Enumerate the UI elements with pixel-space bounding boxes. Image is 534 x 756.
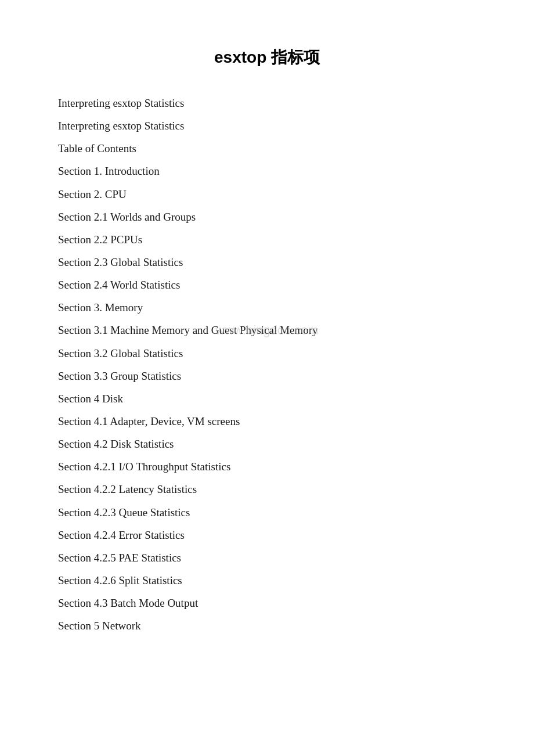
- list-item: Interpreting esxtop Statistics: [58, 114, 476, 137]
- list-item: Table of Contents: [58, 137, 476, 160]
- list-item: Section 2.1 Worlds and Groups: [58, 206, 476, 228]
- list-item: Section 4.2.3 Queue Statistics: [58, 501, 476, 524]
- list-item: Section 3.2 Global Statistics: [58, 342, 476, 365]
- page-title: esxtop 指标项: [58, 46, 476, 69]
- list-item: Section 2.3 Global Statistics: [58, 251, 476, 273]
- toc-list: Interpreting esxtop Statistics Interpret…: [58, 92, 476, 637]
- list-item: Section 5 Network: [58, 614, 476, 637]
- list-item: Section 3. Memory: [58, 296, 476, 319]
- list-item: Interpreting esxtop Statistics: [58, 92, 476, 114]
- list-item: Section 2.2 PCPUs: [58, 228, 476, 251]
- document-page: esxtop 指标项 Interpreting esxtop Statistic…: [0, 0, 534, 756]
- list-item: Section 4.2.6 Split Statistics: [58, 569, 476, 592]
- list-item: Section 2.4 World Statistics: [58, 273, 476, 296]
- list-item: Section 4 Disk: [58, 387, 476, 410]
- watermark-text: www.bingdoc.com: [215, 319, 318, 343]
- list-item: Section 2. CPU: [58, 183, 476, 206]
- list-item: Section 3.3 Group Statistics: [58, 365, 476, 387]
- watermark-container: Interpreting esxtop Statistics Interpret…: [58, 92, 476, 637]
- list-item: Section 1. Introduction: [58, 160, 476, 182]
- list-item: Section 4.2 Disk Statistics: [58, 433, 476, 455]
- list-item: Section 4.2.5 PAE Statistics: [58, 546, 476, 569]
- list-item: Section 4.1 Adapter, Device, VM screens: [58, 410, 476, 433]
- list-item: Section 4.3 Batch Mode Output: [58, 592, 476, 614]
- list-item: Section 4.2.4 Error Statistics: [58, 524, 476, 546]
- list-item: Section 4.2.1 I/O Throughput Statistics: [58, 455, 476, 478]
- list-item: Section 4.2.2 Latency Statistics: [58, 478, 476, 501]
- list-item: Section 3.1 Machine Memory and Guest Phy…: [58, 319, 476, 341]
